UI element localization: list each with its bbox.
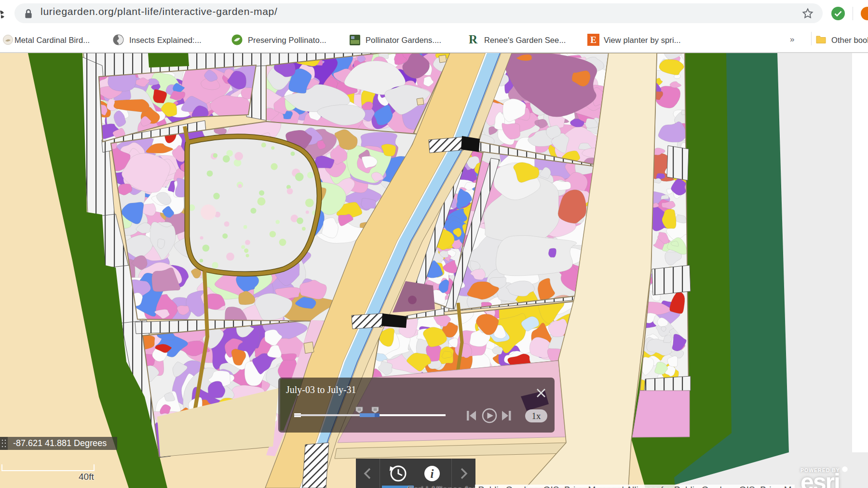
svg-text:i: i (431, 467, 434, 480)
